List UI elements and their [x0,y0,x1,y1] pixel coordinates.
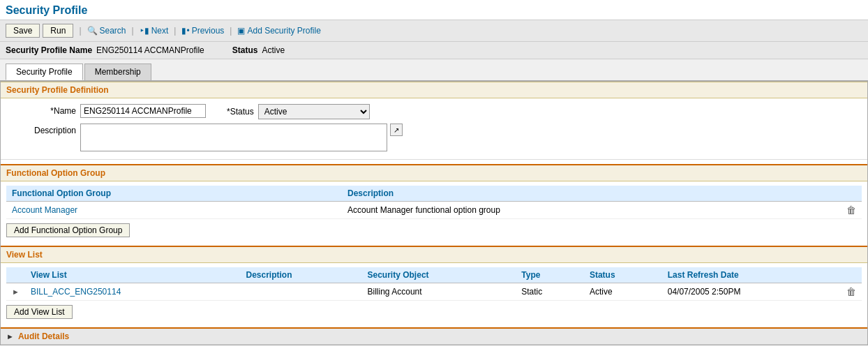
vl-table: View List Description Security Object Ty… [6,267,862,301]
save-button[interactable]: Save [6,24,40,38]
vl-col-status: Status [584,267,662,283]
description-label: Description [6,124,76,135]
add-functional-option-group-button[interactable]: Add Functional Option Group [6,223,130,237]
fog-row-name-link[interactable]: Account Manager [12,205,77,215]
toolbar: Save Run | 🔍 Search | ‣▮ Next | ▮• Previ… [0,20,868,42]
vl-col-type: Type [516,267,584,283]
name-status-row: *Name *Status Active Inactive [6,104,862,119]
toolbar-separator2: | [132,26,134,36]
toolbar-separator3: | [174,26,176,36]
status-group: *Status Active Inactive [227,104,370,119]
vl-row-type: Static [516,283,584,301]
page-title: Security Profile [0,0,868,20]
add-label: Add Security Profile [247,26,320,36]
add-security-profile-link[interactable]: ▣ Add Security Profile [237,26,320,36]
vl-col-name: View List [25,267,241,283]
add-view-list-button[interactable]: Add View List [6,305,73,319]
row-expand-arrow[interactable]: ► [12,288,20,296]
vl-col-description: Description [240,267,361,283]
fog-section-body: Functional Option Group Description Acco… [1,181,867,241]
vl-section-header: View List [1,246,867,263]
vl-col-security-object: Security Object [362,267,516,283]
vl-row-delete-cell: 🗑 [841,283,862,301]
profile-status-value: Active [262,45,285,55]
security-profile-definition-section: Security Profile Definition *Name *Statu… [1,82,867,160]
status-select[interactable]: Active Inactive [258,104,370,119]
vl-col-last-refresh: Last Refresh Date [662,267,841,283]
vl-row-status: Active [584,283,662,301]
vl-row-description [240,283,361,301]
fog-row-name: Account Manager [6,202,342,219]
fog-row-delete-cell: 🗑 [841,202,862,219]
previous-icon: ▮• [181,26,189,36]
tabs-bar: Security Profile Membership [0,59,868,81]
fog-col-description: Description [342,186,841,202]
name-input[interactable] [80,104,206,118]
vl-col-expand [6,267,25,283]
search-icon: 🔍 [87,26,98,36]
vl-section-body: View List Description Security Object Ty… [1,263,867,323]
expand-description-button[interactable]: ↗ [390,124,403,136]
profile-bar: Security Profile Name ENG250114 ACCMANPr… [0,42,868,59]
profile-name-label: Security Profile Name [6,45,92,55]
add-icon: ▣ [237,26,245,36]
next-label: Next [151,26,169,36]
vl-row-security-object: Billing Account [362,283,516,301]
fog-col-actions [841,186,862,202]
search-label: Search [100,26,126,36]
run-button[interactable]: Run [43,24,73,38]
main-content: Security Profile Definition *Name *Statu… [0,81,868,345]
view-list-section: View List View List Description Security… [1,246,867,323]
vl-col-actions [841,267,862,283]
section-body-definition: *Name *Status Active Inactive Descriptio… [1,98,867,160]
next-link[interactable]: ‣▮ Next [140,26,169,36]
vl-row: ► BILL_ACC_ENG250114 Billing Account Sta… [6,283,862,301]
vl-delete-icon[interactable]: 🗑 [846,286,856,297]
toolbar-separator: | [79,26,81,36]
description-wrap: ↗ [80,124,387,154]
fog-col-name: Functional Option Group [6,186,342,202]
vl-row-name-link[interactable]: BILL_ACC_ENG250114 [31,287,121,297]
fog-row: Account Manager Account Manager function… [6,202,862,219]
search-link[interactable]: 🔍 Search [87,26,126,36]
vl-row-arrow-cell: ► [6,283,25,301]
functional-option-group-section: Functional Option Group Functional Optio… [1,164,867,241]
fog-table: Functional Option Group Description Acco… [6,186,862,219]
previous-link[interactable]: ▮• Previous [181,26,224,36]
section-header-definition: Security Profile Definition [1,82,867,98]
profile-name-value: ENG250114 ACCMANProfile [96,45,204,55]
audit-title: Audit Details [18,331,69,341]
tab-security-profile[interactable]: Security Profile [6,64,83,80]
fog-delete-icon[interactable]: 🗑 [846,204,856,216]
next-icon: ‣▮ [140,26,149,36]
name-label: *Name [6,104,76,116]
tab-membership[interactable]: Membership [84,64,151,80]
fog-row-description: Account Manager functional option group [342,202,841,219]
fog-section-header: Functional Option Group [1,164,867,181]
audit-expand-arrow: ► [6,332,14,341]
profile-status-label: Status [232,45,258,55]
vl-row-name-cell: BILL_ACC_ENG250114 [25,283,241,301]
vl-row-last-refresh: 04/07/2005 2:50PM [662,283,841,301]
status-label: *Status [227,107,254,117]
description-row: Description ↗ [6,124,862,154]
audit-section[interactable]: ► Audit Details [1,327,867,345]
previous-label: Previous [192,26,225,36]
toolbar-separator4: | [230,26,232,36]
description-input[interactable] [80,124,387,151]
